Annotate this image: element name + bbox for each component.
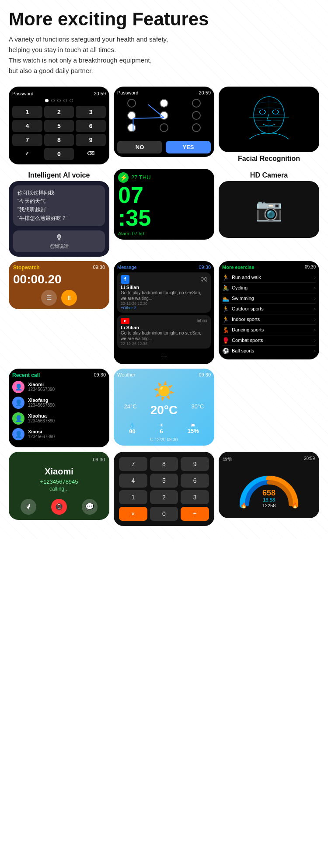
uv-icon: ☀ <box>159 422 164 428</box>
chevron-right-icon: › <box>314 327 316 332</box>
weather-cell: Weather 09:30 ☀️ 24°C 20°C 30°C 💧 90 ☀ <box>114 369 214 447</box>
chevron-right-icon: › <box>314 285 316 290</box>
recent-calls-cell: Recent call 09:30 👤 Xiaomi 12345667890 👤… <box>9 369 109 447</box>
exercise-item-combat[interactable]: 🥊 Combat sports › <box>222 335 316 346</box>
message-item-2: ▶ Inbox Li Silian Go to play badminton t… <box>117 315 211 349</box>
svg-text:658: 658 <box>262 488 276 497</box>
ai-voice-cell: Intelligent AI voice 你可以这样问我 "今天的天气" "我想… <box>9 169 109 257</box>
call-item-xiaofang[interactable]: 👤 Xiaofang 12345667890 <box>12 397 106 409</box>
cycling-icon: 🚴 <box>222 285 229 291</box>
weather-screen: Weather 09:30 ☀️ 24°C 20°C 30°C 💧 90 ☀ <box>114 369 214 446</box>
call-item-xiaohua[interactable]: 👤 Xiaohua 12345667890 <box>12 412 106 425</box>
call-item-xiaosi[interactable]: 👤 Xiaosi 12345667890 <box>12 428 106 440</box>
message-button[interactable]: 💬 <box>82 499 98 515</box>
exercise-item-ball[interactable]: ⚽ Ball sports › <box>222 346 316 356</box>
exercise-item-indoor[interactable]: 🏃 Indoor sports › <box>222 314 316 325</box>
exercise-item-dancing[interactable]: 💃 Dancing sports › <box>222 325 316 335</box>
pwd-dots <box>12 99 106 102</box>
avatar-xiaosi: 👤 <box>12 428 24 440</box>
pwd-keypad: 1 2 3 4 5 6 7 8 9 ✓ 0 ⌫ <box>12 106 106 160</box>
face-recognition-screen <box>219 87 319 152</box>
stopwatch-controls: ☰ ⏸ <box>13 290 105 306</box>
youtube-icon: ▶ <box>121 318 129 324</box>
mic-icon: 🎙 <box>16 233 102 242</box>
password-numeric-screen: Password 20:59 1 2 3 4 5 6 7 <box>9 87 109 164</box>
run-icon: 🏃 <box>222 274 229 281</box>
calls-header: Recent call 09:30 <box>12 372 106 378</box>
svg-text:12258: 12258 <box>262 503 276 508</box>
avatar-xiaofang: 👤 <box>12 397 24 409</box>
ai-voice-bubble: 你可以这样问我 "今天的天气" "我想听越剧" "牛排怎么煎最好吃？" <box>13 185 105 226</box>
face-recognition-label: Facial Recognition <box>219 155 319 163</box>
pattern-buttons: NO YES <box>117 141 211 153</box>
exercise-header: More exercise 09:30 <box>222 265 316 270</box>
camera-screen: 📷 <box>219 181 319 238</box>
stopwatch-time: 00:00.20 <box>13 272 105 286</box>
pattern-yes-button[interactable]: YES <box>166 141 211 153</box>
hd-camera-label: HD Camera <box>219 171 319 179</box>
page-title: More exciting Features <box>9 9 319 30</box>
weather-header: Weather 09:30 <box>117 372 211 377</box>
dancing-icon: 💃 <box>222 327 229 333</box>
clock-screen: ⚡ 27 THU 07 :35 Alarm 07:50 <box>114 169 214 240</box>
stopwatch-pause-button[interactable]: ⏸ <box>61 290 77 306</box>
weather-temps: 24°C 20°C 30°C <box>117 403 211 417</box>
exercise-screen: More exercise 09:30 🏃 Run and walk › 🚴 C… <box>219 261 319 359</box>
incoming-call-buttons: 🎙 📵 💬 <box>13 499 105 515</box>
ai-voice-label: Intelligent AI voice <box>9 171 109 179</box>
sun-icon: ☀️ <box>117 381 211 401</box>
ai-voice-screen: 你可以这样问我 "今天的天气" "我想听越剧" "牛排怎么煎最好吃？" 🎙 点我… <box>9 181 109 257</box>
gauge-svg: 658 13.58 12258 🔥 🔥 <box>234 466 304 514</box>
chevron-right-icon: › <box>314 275 316 280</box>
message-screen: Message 09:30 f QQ Li Silian Go to play … <box>114 261 214 364</box>
camera-icon: 📷 <box>255 197 283 222</box>
svg-text:13.58: 13.58 <box>263 497 275 502</box>
message-dots: ··· <box>117 353 211 361</box>
pattern-no-button[interactable]: NO <box>117 141 162 153</box>
pwd-numeric-header: Password 20:59 <box>12 91 106 96</box>
message-item-1: f QQ Li Silian Go to play badminton toni… <box>117 272 211 313</box>
stopwatch-screen: Stopwatch 09:30 00:00.20 ☰ ⏸ <box>9 261 109 309</box>
exercise-cell: More exercise 09:30 🏃 Run and walk › 🚴 C… <box>219 261 319 364</box>
indoor-icon: 🏃 <box>222 316 229 323</box>
call-item-xiaomi[interactable]: 👤 Xiaomi 12345667890 <box>12 381 106 393</box>
password-pattern-cell: Password 20:59 <box>114 87 214 164</box>
chevron-right-icon: › <box>314 306 316 311</box>
mute-button[interactable]: 🎙 <box>21 499 36 515</box>
ai-voice-mic-button[interactable]: 🎙 点我说话 <box>13 230 105 252</box>
chevron-right-icon: › <box>314 317 316 322</box>
humidity-icon: 💧 <box>129 422 135 428</box>
face-recognition-cell: Facial Recognition <box>219 87 319 164</box>
weather-footer: C 12/20 09:30 <box>117 437 211 442</box>
spacer-cell-r4c3 <box>219 369 319 447</box>
exercise-item-outdoor[interactable]: 🏃 Outdoor sports › <box>222 304 316 314</box>
stopwatch-list-button[interactable]: ☰ <box>41 290 57 306</box>
page-container: More exciting Features A variety of func… <box>0 0 328 539</box>
exercise-item-cycling[interactable]: 🚴 Cycling › <box>222 283 316 293</box>
chevron-right-icon: › <box>314 338 316 343</box>
clock-cell: ⚡ 27 THU 07 :35 Alarm 07:50 <box>114 169 214 257</box>
pattern-grid <box>117 99 211 132</box>
calculator-keypad: 7 8 9 4 5 6 1 2 3 × 0 ÷ <box>119 457 209 521</box>
pattern-header: Password 20:59 <box>117 90 211 95</box>
avatar-xiaohua: 👤 <box>12 412 24 425</box>
avatar-xiaomi: 👤 <box>12 381 24 393</box>
combat-icon: 🥊 <box>222 337 229 344</box>
sport-stats-screen: 运动 20:59 <box>219 452 319 518</box>
message-header: Message 09:30 <box>117 265 211 270</box>
features-grid: Password 20:59 1 2 3 4 5 6 7 <box>9 87 319 526</box>
calculator-cell: 7 8 9 4 5 6 1 2 3 × 0 ÷ <box>114 452 214 526</box>
recent-calls-screen: Recent call 09:30 👤 Xiaomi 12345667890 👤… <box>9 369 109 447</box>
subtitle: A variety of functions safeguard your he… <box>9 34 319 76</box>
exercise-item-run[interactable]: 🏃 Run and walk › <box>222 272 316 283</box>
sport-gauge: 658 13.58 12258 🔥 🔥 <box>223 466 315 514</box>
incoming-call-cell: 09:30 Xiaomi +12345678945 calling... 🎙 📵… <box>9 452 109 526</box>
end-call-button[interactable]: 📵 <box>51 499 67 515</box>
password-numeric-cell: Password 20:59 1 2 3 4 5 6 7 <box>9 87 109 164</box>
svg-text:🔥: 🔥 <box>292 502 298 509</box>
facebook-icon: f <box>121 275 129 284</box>
swimming-icon: 🏊 <box>222 295 229 302</box>
camera-cell: HD Camera 📷 <box>219 169 319 257</box>
calculator-screen: 7 8 9 4 5 6 1 2 3 × 0 ÷ <box>114 452 214 526</box>
exercise-item-swimming[interactable]: 🏊 Swimming › <box>222 293 316 304</box>
